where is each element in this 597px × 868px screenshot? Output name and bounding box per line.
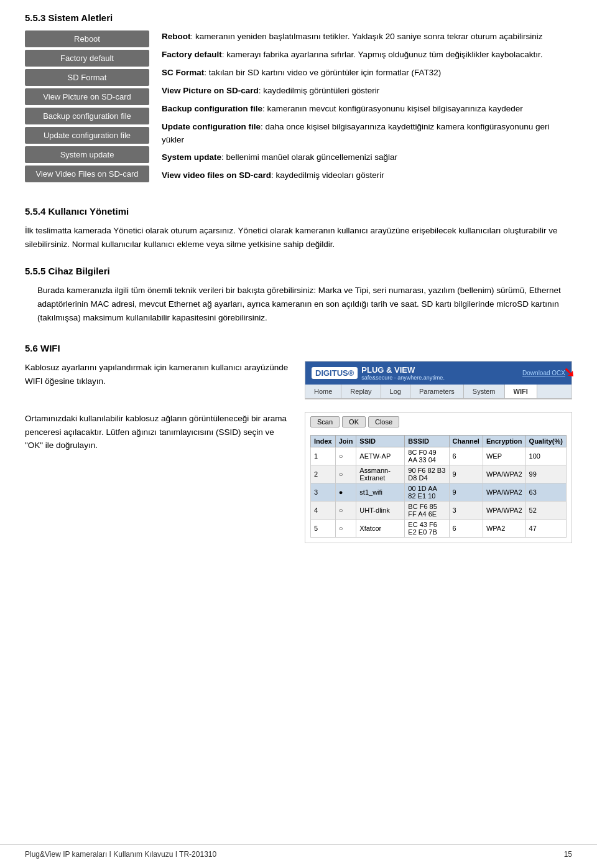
section-554-para1: İlk teslimatta kamerada Yönetici olarak …: [25, 224, 572, 251]
scan-btn[interactable]: Scan: [310, 416, 340, 427]
cell-channel-3: 9: [449, 483, 483, 502]
digitus-brand-box: DIGITUS®: [312, 367, 358, 379]
wifi-row-5[interactable]: 5 ○ Xfatcor EC 43 F6 E2 E0 7B 6 WPA2 47: [311, 520, 567, 538]
cell-bssid-2: 90 F6 82 B3 D8 D4: [405, 465, 449, 483]
cell-quality-1: 100: [525, 447, 566, 465]
factory-default-button[interactable]: Factory default: [25, 50, 149, 67]
desc-viewpicture-text: : kaydedilmiş görüntüleri gösterir: [259, 86, 379, 95]
desc-viewvideo: View video files on SD-card: kaydedilmiş…: [162, 169, 572, 182]
reboot-button[interactable]: Reboot: [25, 30, 149, 47]
cell-index-4: 4: [311, 502, 336, 520]
cell-quality-4: 52: [525, 502, 566, 520]
col-ssid: SSID: [356, 436, 405, 447]
ok-btn[interactable]: OK: [342, 416, 366, 427]
download-ocx-link[interactable]: Download OCX: [522, 370, 565, 376]
wifi-row-2[interactable]: 2 ○ Assmann-Extranet 90 F6 82 B3 D8 D4 9…: [311, 465, 567, 483]
cell-bssid-4: BC F6 85 FF A4 6E: [405, 502, 449, 520]
col-bssid: BSSID: [405, 436, 449, 447]
cell-channel-4: 3: [449, 502, 483, 520]
wifi-table-wrapper: Index Join SSID BSSID Channel Encryption…: [305, 432, 572, 543]
desc-sysupdate-bold: System update: [162, 152, 221, 162]
desc-viewpicture-bold: View Picture on SD-card: [162, 86, 259, 95]
nav-system[interactable]: System: [464, 385, 505, 398]
update-config-button[interactable]: Update configuration file: [25, 127, 149, 144]
section-56-bottom: Ortamınızdaki kullanılabilir kablosuz ağ…: [25, 412, 572, 543]
desc-reboot: Reboot: kameranın yeniden başlatılmasını…: [162, 30, 572, 44]
cell-enc-3: WPA/WPA2: [483, 483, 525, 502]
desc-backup-bold: Backup configuration file: [162, 104, 262, 113]
cell-ssid-3: st1_wifi: [356, 483, 405, 502]
nav-home[interactable]: Home: [305, 385, 341, 398]
cell-join-4: ○: [335, 502, 356, 520]
scan-buttons-bar: Scan OK Close: [305, 413, 572, 427]
wifi-row-1[interactable]: 1 ○ AETW-AP 8C F0 49 AA 33 04 6 WEP 100: [311, 447, 567, 465]
plug-view-block: PLUG & VIEW safe&secure - anywhere.anyti…: [361, 365, 445, 381]
section-555-para1: Burada kameranızla ilgili tüm önemli tek…: [37, 284, 572, 324]
sd-format-button[interactable]: SD Format: [25, 69, 149, 86]
close-btn[interactable]: Close: [368, 416, 399, 427]
cell-ssid-5: Xfatcor: [356, 520, 405, 538]
description-column: Reboot: kameranın yeniden başlatılmasını…: [162, 30, 572, 187]
desc-viewpicture: View Picture on SD-card: kaydedilmiş gör…: [162, 85, 572, 98]
desc-viewvideo-bold: View video files on SD-card: [162, 170, 271, 180]
cell-bssid-5: EC 43 F6 E2 E0 7B: [405, 520, 449, 538]
view-picture-button[interactable]: View Picture on SD-card: [25, 88, 149, 105]
digitus-logo: DIGITUS® PLUG & VIEW safe&secure - anywh…: [312, 365, 445, 381]
cell-enc-1: WEP: [483, 447, 525, 465]
cell-ssid-4: UHT-dlink: [356, 502, 405, 520]
desc-sysupdate-text: : bellenimi manüel olarak güncellemenizi…: [221, 152, 397, 162]
cell-index-5: 5: [311, 520, 336, 538]
cell-enc-4: WPA/WPA2: [483, 502, 525, 520]
nav-replay[interactable]: Replay: [341, 385, 381, 398]
cell-channel-2: 9: [449, 465, 483, 483]
system-update-button[interactable]: System update: [25, 146, 149, 163]
cell-ssid-2: Assmann-Extranet: [356, 465, 405, 483]
desc-backup: Backup configuration file: kameranın mev…: [162, 103, 572, 116]
section-56-heading: 5.6 WIFI: [25, 343, 572, 353]
col-join: Join: [335, 436, 356, 447]
view-video-button[interactable]: View Video Files on SD-card: [25, 166, 149, 182]
cell-enc-2: WPA/WPA2: [483, 465, 525, 483]
footer-left: Plug&View IP kameraları I Kullanım Kılav…: [25, 850, 216, 859]
section-555-heading: 5.5.5 Cihaz Bilgileri: [25, 266, 572, 276]
nav-wifi[interactable]: WIFI: [505, 385, 537, 398]
cell-bssid-1: 8C F0 49 AA 33 04: [405, 447, 449, 465]
wifi-row-4[interactable]: 4 ○ UHT-dlink BC F6 85 FF A4 6E 3 WPA/WP…: [311, 502, 567, 520]
wifi-networks-table: Index Join SSID BSSID Channel Encryption…: [310, 435, 567, 538]
section-56: 5.6 WIFI Kablosuz ayarlarını yapılandırm…: [25, 343, 572, 543]
desc-sdformat: SC Format: takılan bir SD kartını video …: [162, 67, 572, 80]
wifi-table-header-row: Index Join SSID BSSID Channel Encryption…: [311, 436, 567, 447]
desc-viewvideo-text: : kaydedilmiş videoları gösterir: [271, 170, 384, 180]
digitus-logo-block: DIGITUS® PLUG & VIEW safe&secure - anywh…: [312, 365, 445, 381]
wifi-nav: Home Replay Log Parameters System WIFI: [305, 385, 572, 399]
wifi-header-right: Download OCX ➘: [522, 370, 565, 376]
cell-join-2: ○: [335, 465, 356, 483]
wifi-screenshot-1: DIGITUS® PLUG & VIEW safe&secure - anywh…: [305, 361, 572, 399]
backup-config-button[interactable]: Backup configuration file: [25, 108, 149, 124]
tagline-text: safe&secure - anywhere.anytime.: [361, 375, 445, 381]
desc-factory-text: : kamerayı fabrika ayarlarına sıfırlar. …: [222, 50, 543, 59]
plug-view-text: PLUG & VIEW: [361, 365, 445, 375]
desc-update: Update configuration file: daha once kiş…: [162, 121, 572, 147]
nav-parameters[interactable]: Parameters: [410, 385, 464, 398]
col-index: Index: [311, 436, 336, 447]
wifi-intro-text: Kablosuz ayarlarını yapılandırmak için k…: [25, 361, 292, 388]
nav-log[interactable]: Log: [381, 385, 410, 398]
scan-intro-text: Ortamınızdaki kullanılabilir kablosuz ağ…: [25, 412, 292, 452]
desc-factory: Factory default: kamerayı fabrika ayarla…: [162, 49, 572, 62]
desc-update-bold: Update configuration file: [162, 122, 261, 131]
col-encryption: Encryption: [483, 436, 525, 447]
cell-join-1: ○: [335, 447, 356, 465]
section-553-content: Reboot Factory default SD Format View Pi…: [25, 30, 572, 187]
section-56-wifi-top: Kablosuz ayarlarını yapılandırmak için k…: [25, 361, 572, 399]
cell-ssid-1: AETW-AP: [356, 447, 405, 465]
section-555: 5.5.5 Cihaz Bilgileri Burada kameranızla…: [25, 266, 572, 324]
desc-reboot-bold: Reboot: [162, 32, 191, 41]
desc-reboot-text: : kameranın yeniden başlatılmasını tetik…: [191, 32, 543, 41]
cell-channel-5: 6: [449, 520, 483, 538]
cell-quality-5: 47: [525, 520, 566, 538]
page-footer: Plug&View IP kameraları I Kullanım Kılav…: [0, 844, 597, 859]
cell-enc-5: WPA2: [483, 520, 525, 538]
col-quality: Quality(%): [525, 436, 566, 447]
wifi-row-3[interactable]: 3 ● st1_wifi 00 1D AA 82 E1 10 9 WPA/WPA…: [311, 483, 567, 502]
